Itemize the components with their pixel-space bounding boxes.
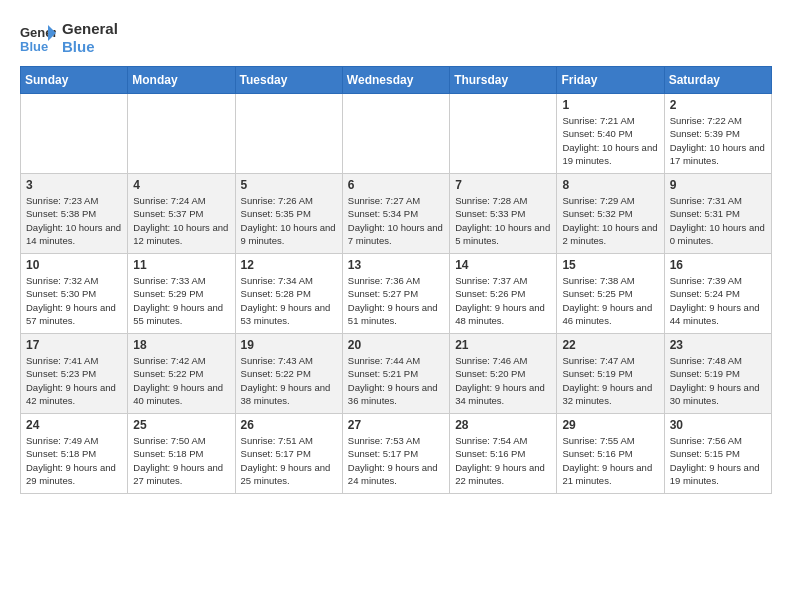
calendar-week-5: 24Sunrise: 7:49 AM Sunset: 5:18 PM Dayli…	[21, 414, 772, 494]
day-info: Sunrise: 7:46 AM Sunset: 5:20 PM Dayligh…	[455, 354, 551, 407]
day-number: 10	[26, 258, 122, 272]
day-info: Sunrise: 7:42 AM Sunset: 5:22 PM Dayligh…	[133, 354, 229, 407]
day-info: Sunrise: 7:48 AM Sunset: 5:19 PM Dayligh…	[670, 354, 766, 407]
day-info: Sunrise: 7:56 AM Sunset: 5:15 PM Dayligh…	[670, 434, 766, 487]
calendar-cell: 17Sunrise: 7:41 AM Sunset: 5:23 PM Dayli…	[21, 334, 128, 414]
day-info: Sunrise: 7:50 AM Sunset: 5:18 PM Dayligh…	[133, 434, 229, 487]
day-info: Sunrise: 7:23 AM Sunset: 5:38 PM Dayligh…	[26, 194, 122, 247]
calendar-cell: 12Sunrise: 7:34 AM Sunset: 5:28 PM Dayli…	[235, 254, 342, 334]
logo-blue: Blue	[62, 38, 118, 56]
day-number: 8	[562, 178, 658, 192]
calendar-cell: 28Sunrise: 7:54 AM Sunset: 5:16 PM Dayli…	[450, 414, 557, 494]
calendar-cell: 29Sunrise: 7:55 AM Sunset: 5:16 PM Dayli…	[557, 414, 664, 494]
day-number: 6	[348, 178, 444, 192]
day-info: Sunrise: 7:28 AM Sunset: 5:33 PM Dayligh…	[455, 194, 551, 247]
calendar-cell: 6Sunrise: 7:27 AM Sunset: 5:34 PM Daylig…	[342, 174, 449, 254]
day-number: 7	[455, 178, 551, 192]
day-info: Sunrise: 7:39 AM Sunset: 5:24 PM Dayligh…	[670, 274, 766, 327]
logo: General Blue General Blue	[20, 20, 118, 56]
calendar-week-3: 10Sunrise: 7:32 AM Sunset: 5:30 PM Dayli…	[21, 254, 772, 334]
calendar-cell	[235, 94, 342, 174]
day-number: 30	[670, 418, 766, 432]
page-header: General Blue General Blue	[20, 20, 772, 56]
day-info: Sunrise: 7:43 AM Sunset: 5:22 PM Dayligh…	[241, 354, 337, 407]
day-number: 20	[348, 338, 444, 352]
day-number: 9	[670, 178, 766, 192]
calendar-cell: 25Sunrise: 7:50 AM Sunset: 5:18 PM Dayli…	[128, 414, 235, 494]
calendar-week-2: 3Sunrise: 7:23 AM Sunset: 5:38 PM Daylig…	[21, 174, 772, 254]
col-header-tuesday: Tuesday	[235, 67, 342, 94]
calendar-cell: 1Sunrise: 7:21 AM Sunset: 5:40 PM Daylig…	[557, 94, 664, 174]
day-info: Sunrise: 7:44 AM Sunset: 5:21 PM Dayligh…	[348, 354, 444, 407]
day-info: Sunrise: 7:27 AM Sunset: 5:34 PM Dayligh…	[348, 194, 444, 247]
day-info: Sunrise: 7:47 AM Sunset: 5:19 PM Dayligh…	[562, 354, 658, 407]
day-number: 28	[455, 418, 551, 432]
col-header-saturday: Saturday	[664, 67, 771, 94]
day-number: 1	[562, 98, 658, 112]
day-info: Sunrise: 7:26 AM Sunset: 5:35 PM Dayligh…	[241, 194, 337, 247]
logo-icon: General Blue	[20, 23, 56, 53]
logo-general: General	[62, 20, 118, 38]
calendar-cell: 18Sunrise: 7:42 AM Sunset: 5:22 PM Dayli…	[128, 334, 235, 414]
day-info: Sunrise: 7:36 AM Sunset: 5:27 PM Dayligh…	[348, 274, 444, 327]
day-info: Sunrise: 7:51 AM Sunset: 5:17 PM Dayligh…	[241, 434, 337, 487]
calendar-cell: 20Sunrise: 7:44 AM Sunset: 5:21 PM Dayli…	[342, 334, 449, 414]
calendar-cell: 4Sunrise: 7:24 AM Sunset: 5:37 PM Daylig…	[128, 174, 235, 254]
day-info: Sunrise: 7:33 AM Sunset: 5:29 PM Dayligh…	[133, 274, 229, 327]
calendar-cell: 8Sunrise: 7:29 AM Sunset: 5:32 PM Daylig…	[557, 174, 664, 254]
day-info: Sunrise: 7:41 AM Sunset: 5:23 PM Dayligh…	[26, 354, 122, 407]
calendar-cell: 22Sunrise: 7:47 AM Sunset: 5:19 PM Dayli…	[557, 334, 664, 414]
day-number: 22	[562, 338, 658, 352]
calendar-cell: 24Sunrise: 7:49 AM Sunset: 5:18 PM Dayli…	[21, 414, 128, 494]
day-number: 11	[133, 258, 229, 272]
day-number: 13	[348, 258, 444, 272]
calendar-cell: 5Sunrise: 7:26 AM Sunset: 5:35 PM Daylig…	[235, 174, 342, 254]
calendar-cell: 11Sunrise: 7:33 AM Sunset: 5:29 PM Dayli…	[128, 254, 235, 334]
day-info: Sunrise: 7:22 AM Sunset: 5:39 PM Dayligh…	[670, 114, 766, 167]
day-number: 24	[26, 418, 122, 432]
day-info: Sunrise: 7:49 AM Sunset: 5:18 PM Dayligh…	[26, 434, 122, 487]
day-number: 16	[670, 258, 766, 272]
calendar-cell: 27Sunrise: 7:53 AM Sunset: 5:17 PM Dayli…	[342, 414, 449, 494]
day-info: Sunrise: 7:37 AM Sunset: 5:26 PM Dayligh…	[455, 274, 551, 327]
day-number: 29	[562, 418, 658, 432]
day-info: Sunrise: 7:31 AM Sunset: 5:31 PM Dayligh…	[670, 194, 766, 247]
day-number: 23	[670, 338, 766, 352]
calendar-cell: 14Sunrise: 7:37 AM Sunset: 5:26 PM Dayli…	[450, 254, 557, 334]
day-info: Sunrise: 7:24 AM Sunset: 5:37 PM Dayligh…	[133, 194, 229, 247]
calendar-cell: 7Sunrise: 7:28 AM Sunset: 5:33 PM Daylig…	[450, 174, 557, 254]
calendar-cell: 9Sunrise: 7:31 AM Sunset: 5:31 PM Daylig…	[664, 174, 771, 254]
calendar-week-1: 1Sunrise: 7:21 AM Sunset: 5:40 PM Daylig…	[21, 94, 772, 174]
day-info: Sunrise: 7:38 AM Sunset: 5:25 PM Dayligh…	[562, 274, 658, 327]
calendar-cell: 30Sunrise: 7:56 AM Sunset: 5:15 PM Dayli…	[664, 414, 771, 494]
day-number: 3	[26, 178, 122, 192]
calendar-cell: 19Sunrise: 7:43 AM Sunset: 5:22 PM Dayli…	[235, 334, 342, 414]
day-number: 5	[241, 178, 337, 192]
calendar-cell	[450, 94, 557, 174]
day-number: 25	[133, 418, 229, 432]
day-number: 15	[562, 258, 658, 272]
day-number: 4	[133, 178, 229, 192]
col-header-wednesday: Wednesday	[342, 67, 449, 94]
day-number: 17	[26, 338, 122, 352]
day-number: 19	[241, 338, 337, 352]
col-header-thursday: Thursday	[450, 67, 557, 94]
calendar-cell: 16Sunrise: 7:39 AM Sunset: 5:24 PM Dayli…	[664, 254, 771, 334]
day-info: Sunrise: 7:21 AM Sunset: 5:40 PM Dayligh…	[562, 114, 658, 167]
svg-text:Blue: Blue	[20, 39, 48, 53]
day-number: 26	[241, 418, 337, 432]
day-number: 12	[241, 258, 337, 272]
calendar-cell: 3Sunrise: 7:23 AM Sunset: 5:38 PM Daylig…	[21, 174, 128, 254]
day-number: 14	[455, 258, 551, 272]
day-info: Sunrise: 7:29 AM Sunset: 5:32 PM Dayligh…	[562, 194, 658, 247]
calendar-cell: 15Sunrise: 7:38 AM Sunset: 5:25 PM Dayli…	[557, 254, 664, 334]
day-number: 18	[133, 338, 229, 352]
calendar-cell: 23Sunrise: 7:48 AM Sunset: 5:19 PM Dayli…	[664, 334, 771, 414]
col-header-monday: Monday	[128, 67, 235, 94]
calendar-cell: 13Sunrise: 7:36 AM Sunset: 5:27 PM Dayli…	[342, 254, 449, 334]
calendar-cell: 26Sunrise: 7:51 AM Sunset: 5:17 PM Dayli…	[235, 414, 342, 494]
day-info: Sunrise: 7:54 AM Sunset: 5:16 PM Dayligh…	[455, 434, 551, 487]
calendar-cell: 10Sunrise: 7:32 AM Sunset: 5:30 PM Dayli…	[21, 254, 128, 334]
calendar-cell	[128, 94, 235, 174]
col-header-friday: Friday	[557, 67, 664, 94]
